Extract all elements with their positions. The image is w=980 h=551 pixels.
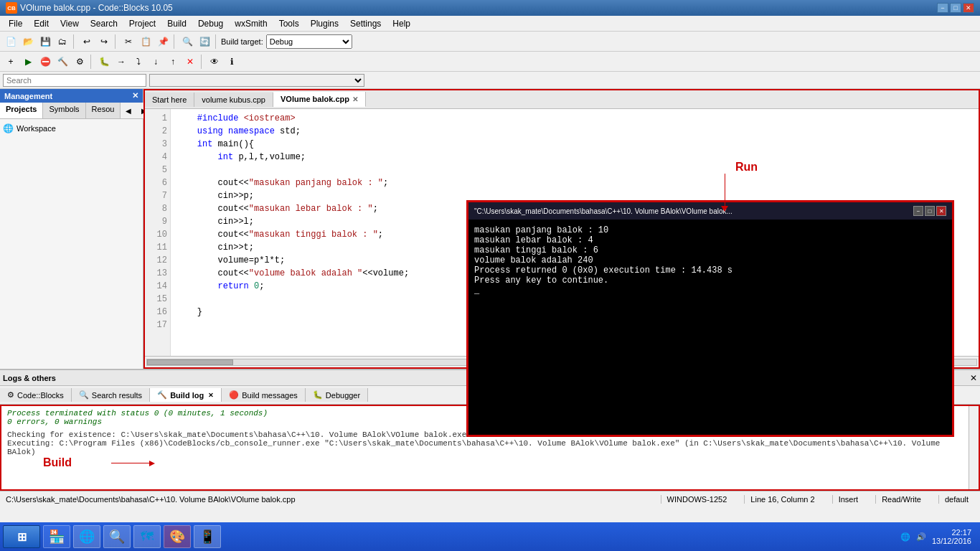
replace-button[interactable]: 🔄 — [197, 34, 212, 50]
log-tab-search[interactable]: 🔍 Search results — [72, 388, 150, 402]
console-close-button[interactable]: ✕ — [936, 206, 946, 216]
minimize-button[interactable]: − — [937, 3, 948, 13]
build-target-label: Build target: — [221, 37, 263, 46]
console-minimize-button[interactable]: − — [913, 206, 923, 216]
tab-start-here[interactable]: Start here — [145, 93, 194, 107]
menu-edit[interactable]: Edit — [28, 17, 55, 30]
panel-nav-left[interactable]: ◀ — [121, 103, 136, 118]
taskbar-app-4[interactable]: 🗺 — [133, 525, 161, 548]
step-button[interactable]: → — [113, 54, 129, 70]
status-position: Line 16, Column 2 — [744, 495, 820, 504]
paste-button[interactable]: 📌 — [155, 34, 171, 50]
undo-button[interactable]: ↩ — [79, 34, 95, 50]
save-button[interactable]: 💾 — [37, 34, 53, 50]
main-layout: Management ✕ Projects Symbols Resou ◀ ▶ … — [0, 89, 980, 369]
debug-button[interactable]: 🐛 — [96, 54, 112, 70]
search-tab-icon: 🔍 — [79, 390, 89, 400]
taskbar-clock[interactable]: 22:17 13/12/2016 — [932, 528, 971, 545]
taskbar-speaker-icon: 🔊 — [916, 532, 926, 542]
toolbar-1: 📄 📂 💾 🗂 ↩ ↪ ✂ 📋 📌 🔍 🔄 Build target: Debu… — [0, 32, 980, 52]
buildlog-tab-close[interactable]: ✕ — [208, 392, 214, 399]
watch-button[interactable]: 👁 — [207, 54, 222, 70]
step-over-button[interactable]: ⤵ — [131, 54, 146, 70]
menu-view[interactable]: View — [55, 17, 85, 30]
tab-resources[interactable]: Resou — [86, 103, 121, 118]
workspace-item[interactable]: 🌐 Workspace — [3, 122, 140, 135]
menu-bar: File Edit View Search Project Build Debu… — [0, 16, 980, 32]
search-button[interactable]: 🔍 — [179, 34, 195, 50]
scrollbar-thumb[interactable] — [147, 359, 233, 365]
console-maximize-button[interactable]: □ — [925, 206, 935, 216]
taskbar-network-icon: 🌐 — [900, 532, 910, 542]
toolbar-separator-1 — [73, 34, 76, 49]
open-file-button[interactable]: 📂 — [20, 34, 36, 50]
taskbar-app-2[interactable]: 🌐 — [73, 525, 100, 548]
left-panel-close-icon[interactable]: ✕ — [132, 91, 138, 100]
app-6-icon: 📱 — [199, 529, 215, 545]
start-button[interactable]: ⊞ — [3, 525, 40, 548]
status-mode: Insert — [832, 495, 864, 504]
info-button[interactable]: ℹ — [224, 54, 240, 70]
taskbar-app-5[interactable]: 🎨 — [164, 525, 191, 548]
console-titlebar: "C:\Users\skak_mate\Documents\bahasa\C++… — [468, 202, 952, 220]
console-window: "C:\Users\skak_mate\Documents\bahasa\C++… — [466, 200, 954, 437]
tab-close-icon[interactable]: ✕ — [352, 95, 358, 103]
build-target-container: Build target: Debug — [221, 34, 352, 49]
taskbar-app-3[interactable]: 🔍 — [103, 525, 131, 548]
menu-debug[interactable]: Debug — [192, 17, 229, 30]
cut-button[interactable]: ✂ — [121, 34, 136, 50]
buildlog-tab-icon: 🔨 — [157, 390, 167, 400]
run-annotation: Run — [735, 161, 758, 174]
log-tab-buildmsg[interactable]: 🔴 Build messages — [222, 388, 306, 402]
taskbar-app-1[interactable]: 🏪 — [43, 525, 70, 548]
menu-build[interactable]: Build — [161, 17, 192, 30]
menu-settings[interactable]: Settings — [344, 17, 387, 30]
build-arrow-line — [111, 463, 151, 463]
status-bar: C:\Users\skak_mate\Documents\bahasa\C++\… — [0, 491, 980, 507]
window-controls: − □ ✕ — [937, 3, 974, 13]
abort-button[interactable]: ✕ — [182, 54, 198, 70]
console-line-4: volume balok adalah 240 — [474, 255, 946, 265]
menu-file[interactable]: File — [3, 17, 28, 30]
build-btn[interactable]: 🔨 — [55, 54, 70, 70]
console-line-1: masukan panjang balok : 10 — [474, 225, 946, 235]
step-in-button[interactable]: ↓ — [148, 54, 164, 70]
run-label: Run — [735, 161, 758, 173]
redo-button[interactable]: ↪ — [96, 34, 112, 50]
menu-tools[interactable]: Tools — [273, 17, 305, 30]
debugger-tab-icon: 🐛 — [313, 390, 323, 400]
search-input[interactable] — [3, 74, 146, 87]
log-tab-debugger[interactable]: 🐛 Debugger — [306, 388, 368, 402]
app-1-icon: 🏪 — [49, 529, 65, 545]
log-tab-codeblocks[interactable]: ⚙ Code::Blocks — [0, 388, 72, 402]
log-scrollbar[interactable] — [969, 406, 979, 489]
app-3-icon: 🔍 — [109, 529, 125, 545]
build-target-select[interactable]: Debug — [266, 34, 352, 49]
tab-projects[interactable]: Projects — [0, 103, 43, 118]
menu-plugins[interactable]: Plugins — [305, 17, 344, 30]
new-file-button[interactable]: 📄 — [3, 34, 19, 50]
menu-project[interactable]: Project — [123, 17, 161, 30]
tab-volume-balok[interactable]: VOlume balok.cpp ✕ — [273, 92, 366, 107]
menu-wxsmith[interactable]: wxSmith — [229, 17, 273, 30]
compile-button[interactable]: ⚙ — [72, 54, 88, 70]
search-scope-select[interactable] — [149, 74, 364, 87]
menu-search[interactable]: Search — [85, 17, 123, 30]
save-all-button[interactable]: 🗂 — [55, 34, 70, 50]
add-button[interactable]: + — [3, 54, 19, 70]
step-out-button[interactable]: ↑ — [165, 54, 181, 70]
console-controls: − □ ✕ — [913, 206, 946, 216]
toolbar-separator-6 — [201, 55, 204, 69]
log-close-icon[interactable]: ✕ — [970, 373, 977, 383]
maximize-button[interactable]: □ — [950, 3, 961, 13]
menu-help[interactable]: Help — [387, 17, 416, 30]
run-button[interactable]: ▶ — [20, 54, 36, 70]
tab-symbols[interactable]: Symbols — [43, 103, 85, 118]
copy-button[interactable]: 📋 — [138, 34, 154, 50]
tab-volume-kubus[interactable]: volume kubus.cpp — [194, 93, 273, 107]
stop-button[interactable]: ⛔ — [37, 54, 53, 70]
build-annotation: Build — [43, 456, 72, 469]
taskbar-app-6[interactable]: 📱 — [194, 525, 221, 548]
log-tab-buildlog[interactable]: 🔨 Build log ✕ — [150, 388, 222, 402]
close-button[interactable]: ✕ — [963, 3, 974, 13]
